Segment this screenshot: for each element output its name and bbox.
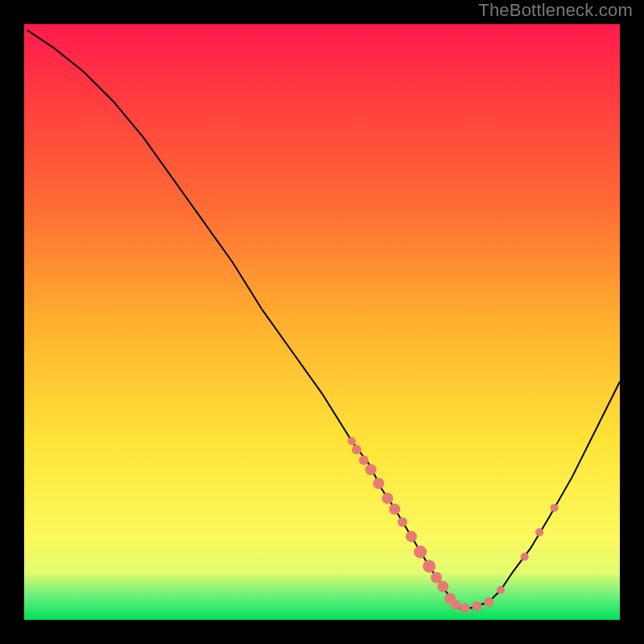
curve-dot [414,546,427,559]
curve-dot [437,581,448,592]
curve-dot [373,478,384,489]
curve-dot [535,528,543,536]
bottleneck-curve [27,30,620,608]
curve-dot [452,601,461,610]
curve-dot [365,464,377,476]
curve-dot [472,601,481,611]
curve-dot [359,456,369,465]
curve-dot [497,586,505,594]
bottleneck-curve-svg [24,24,620,620]
curve-dot [460,603,470,613]
curve-dot [423,559,436,572]
curve-dot [551,504,559,512]
curve-dot [352,444,361,454]
curve-dot [348,437,356,445]
curve-dot [398,518,407,527]
attribution-text: TheBottleneck.com [478,0,633,21]
curve-dot [521,553,529,561]
bottleneck-gradient-plot [24,24,620,620]
curve-dot [389,503,400,514]
curve-dot [484,597,493,607]
curve-dot [406,530,417,542]
curve-dots-group [348,437,559,613]
curve-dot [382,493,393,504]
